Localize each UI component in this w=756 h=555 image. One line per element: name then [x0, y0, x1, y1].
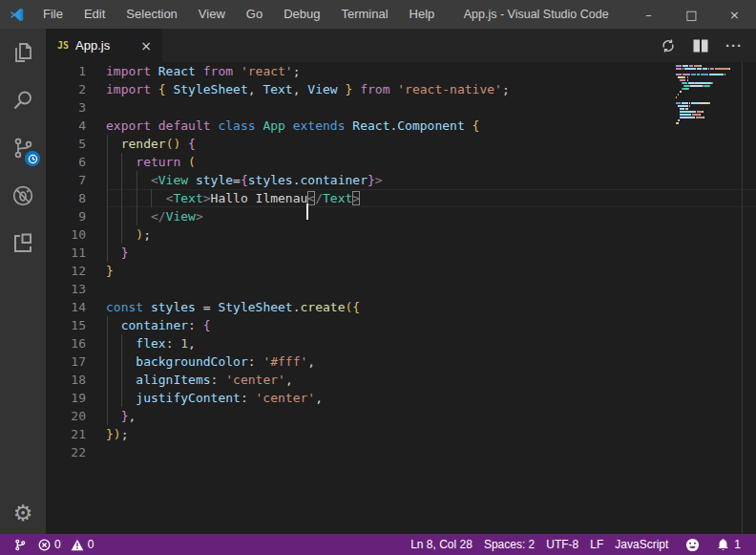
line-number: 5: [46, 135, 86, 153]
menu-item-view[interactable]: View: [188, 0, 236, 29]
js-file-icon: JS: [57, 40, 69, 51]
code-line-11[interactable]: 11 }: [46, 244, 756, 262]
indent-guide: [136, 171, 137, 189]
tab-bar: JS App.js ×: [46, 29, 756, 62]
code-line-16[interactable]: 16 flex: 1,: [46, 334, 756, 352]
indent-guide: [107, 171, 108, 189]
indent-guide: [121, 207, 122, 225]
scrollbar-track: [742, 62, 743, 534]
title-bar: FileEditSelectionViewGoDebugTerminalHelp…: [0, 0, 756, 29]
eol-sequence[interactable]: LF: [584, 534, 609, 555]
code-line-17[interactable]: 17 backgroundColor: '#fff',: [46, 352, 756, 371]
code-line-4[interactable]: 4export default class App extends React.…: [46, 117, 756, 135]
errors-icon: [38, 539, 51, 551]
bell-icon: [717, 538, 729, 551]
line-number: 4: [46, 117, 86, 135]
indentation[interactable]: Spaces: 2: [478, 534, 540, 555]
indent-guide: [107, 334, 108, 352]
feedback-smiley-icon[interactable]: [674, 534, 711, 555]
indent-guide: [107, 407, 108, 425]
code-line-7[interactable]: 7 <View style={styles.container}>: [46, 171, 756, 189]
source-control-icon[interactable]: [0, 124, 46, 172]
problems-indicator[interactable]: 0 0: [32, 534, 99, 555]
code-line-20[interactable]: 20 },: [46, 407, 756, 425]
indent-guide: [107, 207, 108, 225]
code-line-22[interactable]: 22: [46, 443, 756, 461]
encoding[interactable]: UTF-8: [540, 534, 584, 555]
menu-item-terminal[interactable]: Terminal: [330, 0, 398, 29]
code-line-15[interactable]: 15 container: {: [46, 316, 756, 334]
code-line-10[interactable]: 10 );: [46, 225, 756, 244]
errors-count: 0: [54, 538, 61, 551]
cursor-position[interactable]: Ln 8, Col 28: [405, 534, 478, 555]
git-branch-icon[interactable]: [8, 534, 32, 555]
line-number: 14: [46, 298, 86, 316]
indent-guide: [107, 352, 108, 371]
tab-label: App.js: [75, 38, 137, 53]
minimap[interactable]: [676, 65, 735, 128]
indent-guide: [107, 135, 108, 153]
vscode-logo-icon: [0, 7, 32, 23]
split-editor-icon[interactable]: [693, 39, 708, 53]
menu-item-selection[interactable]: Selection: [116, 0, 187, 29]
code-line-5[interactable]: 5 render() {: [46, 135, 756, 153]
menu-item-file[interactable]: File: [32, 0, 74, 29]
line-number: 16: [46, 334, 86, 352]
more-actions-icon[interactable]: ···: [725, 37, 743, 53]
code-line-1[interactable]: 1import React from 'react';: [46, 62, 756, 80]
code-line-21[interactable]: 21});: [46, 425, 756, 443]
indent-guide: [121, 334, 122, 352]
debug-icon[interactable]: [0, 172, 46, 220]
line-number: 9: [46, 207, 86, 225]
code-editor[interactable]: 1import React from 'react';2import { Sty…: [46, 62, 756, 534]
code-line-8[interactable]: 8 <Text>Hallo Ilmenau</Text>: [46, 189, 756, 207]
indent-guide: [121, 371, 122, 389]
menu-item-edit[interactable]: Edit: [74, 0, 116, 29]
line-number: 20: [46, 407, 86, 425]
line-number: 12: [46, 262, 86, 280]
tab-close-icon[interactable]: ×: [137, 38, 155, 53]
minimize-button[interactable]: –: [627, 0, 670, 29]
sync-clock-badge: [25, 151, 40, 166]
code-line-18[interactable]: 18 alignItems: 'center',: [46, 371, 756, 389]
indent-guide: [107, 153, 108, 171]
open-changes-icon[interactable]: [661, 38, 676, 53]
notifications-bell[interactable]: 1: [711, 534, 746, 555]
indent-guide: [107, 316, 108, 334]
notification-count: 1: [734, 538, 741, 551]
indent-guide: [107, 189, 108, 207]
maximize-button[interactable]: □: [670, 0, 713, 29]
close-button[interactable]: ×: [713, 0, 756, 29]
line-number: 17: [46, 352, 86, 371]
code-line-19[interactable]: 19 justifyContent: 'center',: [46, 389, 756, 407]
indent-guide: [121, 189, 122, 207]
search-icon[interactable]: [0, 76, 46, 124]
line-number: 18: [46, 371, 86, 389]
menu-item-help[interactable]: Help: [399, 0, 446, 29]
line-number: 11: [46, 244, 86, 262]
code-line-2[interactable]: 2import { StyleSheet, Text, View } from …: [46, 80, 756, 98]
indent-guide: [121, 389, 122, 407]
code-line-9[interactable]: 9 </View>: [46, 207, 756, 225]
line-number: 6: [46, 153, 86, 171]
window-title: App.js - Visual Studio Code: [445, 8, 627, 21]
line-number: 15: [46, 316, 86, 334]
line-number: 21: [46, 425, 86, 443]
indent-guide: [136, 189, 137, 207]
indent-guide: [107, 389, 108, 407]
tab-appjs[interactable]: JS App.js ×: [46, 29, 162, 62]
code-line-3[interactable]: 3: [46, 98, 756, 117]
extensions-icon[interactable]: [0, 220, 46, 267]
menu-item-go[interactable]: Go: [236, 0, 273, 29]
indent-guide: [121, 153, 122, 171]
language-mode[interactable]: JavaScript: [609, 534, 674, 555]
settings-gear-icon[interactable]: ⚙: [0, 492, 46, 534]
line-number: 2: [46, 80, 86, 98]
code-line-12[interactable]: 12}: [46, 262, 756, 280]
code-line-13[interactable]: 13: [46, 280, 756, 298]
line-number: 10: [46, 225, 86, 244]
menu-item-debug[interactable]: Debug: [273, 0, 330, 29]
code-line-14[interactable]: 14const styles = StyleSheet.create({: [46, 298, 756, 316]
explorer-icon[interactable]: [0, 29, 46, 76]
code-line-6[interactable]: 6 return (: [46, 153, 756, 171]
